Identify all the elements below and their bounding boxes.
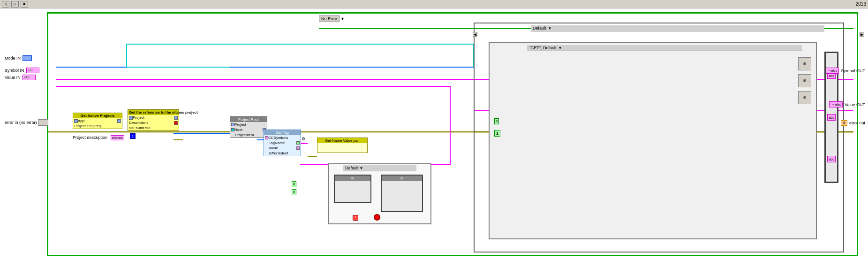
gear-icon: ⚙ (302, 137, 306, 141)
value-out-box: →abc (829, 101, 843, 107)
get-reference-title: Get the reference to the oltcms project (128, 110, 179, 115)
inner-default-bar: Default ▼ (343, 165, 416, 171)
value-in-label: Value IN abc (5, 75, 36, 80)
year-label: 2013 (856, 1, 866, 7)
inner-for-loop: Default ▼ ⊞ ⊞ 1 (328, 163, 431, 224)
project-root-title: Project Root (230, 117, 267, 122)
symbol-in-text: Symbol IN (5, 68, 24, 73)
back-btn[interactable]: ◁ (2, 1, 9, 8)
outer-case-frame: Default ▼ "GET", Default ▼ ⊞ ⊞ (474, 23, 844, 252)
diagram-area: No Error ▼ Mode IN Symbol IN abc Value I… (0, 8, 868, 260)
output-block-1: ⊞ (798, 57, 811, 70)
scroll-left[interactable]: ◀ (473, 32, 477, 37)
get-reference-node: Get the reference to the oltcms project … (128, 109, 179, 131)
error-out-text: error out (849, 121, 865, 125)
outer-default-label: Default (533, 26, 546, 31)
get-active-projects-app: App (73, 118, 122, 123)
outer-default-arrow: ▼ (548, 26, 552, 31)
num-const-1: 0 (292, 181, 296, 187)
get-default-bar: "GET", Default ▼ (527, 45, 802, 51)
outer-default-bar: Default ▼ (531, 25, 824, 31)
get-name-value-title: Get Name Value pair (317, 138, 367, 143)
get-name-value-pair-node: Get Name Value pair (317, 138, 368, 153)
mode-in-label: Mode IN (5, 55, 32, 61)
value-out-terminal: →abc Value OUT (829, 101, 865, 107)
error-out-box: ⊞ (841, 120, 847, 126)
stop-circle (374, 214, 380, 221)
project-description-label: Project description oltcms (73, 135, 124, 140)
symbol-in-label: Symbol IN abc (5, 68, 39, 73)
inner-sub-block-2: ⊞ (381, 175, 423, 212)
get-default-label: "GET", Default (529, 46, 556, 50)
get-active-projects-node: Get Active Projects App Project.Projects… (73, 113, 122, 129)
bool-indicator: 1 (353, 215, 358, 221)
value-out-text: Value OUT (845, 102, 865, 107)
num-const-2: 0 (292, 189, 296, 195)
no-error-indicator: No Error ▼ (319, 15, 345, 22)
no-error-box: No Error (319, 15, 340, 22)
toolbar: ◁ ▷ ■ 2013 (0, 0, 868, 8)
value-in-text: Value IN (5, 75, 21, 80)
error-in-text: error in (no error) (5, 120, 37, 125)
get-active-projects-title: Get Active Projects (73, 113, 122, 118)
stop-btn[interactable]: ■ (21, 1, 28, 8)
symbol-out-terminal: →abc Symbol OUT (826, 68, 865, 74)
error-out-terminal: ⊞ error out (841, 120, 865, 126)
symbol-in-terminal: abc (26, 68, 39, 73)
project-desc-value: oltcms (111, 135, 124, 140)
error-in-label: error in (no error) (5, 119, 48, 126)
inner-case-struct: "GET", Default ▼ ⊞ ⊞ ⊞ 0 (489, 42, 817, 239)
output-block-3: ⊞ (798, 91, 811, 104)
get-tag-title: Get Tag (264, 130, 301, 135)
project-root-node: Project Root Project Root ProjectItem (230, 116, 267, 138)
mode-in-text: Mode IN (5, 56, 21, 61)
mode-in-terminal (23, 55, 32, 61)
get-active-projects-projects: Project.Projects[] (73, 123, 122, 129)
bool-const-1: 1 (130, 133, 136, 139)
value-in-terminal: abc (23, 75, 36, 80)
num-const-case: 0 (494, 118, 499, 124)
no-error-arrow: ▼ (340, 16, 345, 21)
error-in-terminal (38, 119, 48, 126)
main-canvas: ◁ ▷ ■ 2013 (0, 0, 868, 260)
inner-sub-block: ⊞ (334, 175, 371, 203)
num-1-const: 1 (494, 130, 500, 137)
right-output-blocks: ⊞ ⊞ ⊞ (798, 57, 811, 104)
inner-default-arrow: ▼ (360, 166, 363, 170)
symbol-out-box: →abc (826, 68, 839, 74)
output-block-2: ⊞ (798, 74, 811, 87)
scroll-right[interactable]: ▶ (860, 32, 864, 37)
get-default-arrow: ▼ (558, 46, 562, 50)
symbol-out-text: Symbol OUT (841, 69, 865, 73)
forward-btn[interactable]: ▷ (11, 1, 19, 8)
inner-default-label: Default (345, 166, 359, 170)
get-tag-node: Get Tag CCSymbols TagName Value IsPersis… (264, 130, 301, 156)
